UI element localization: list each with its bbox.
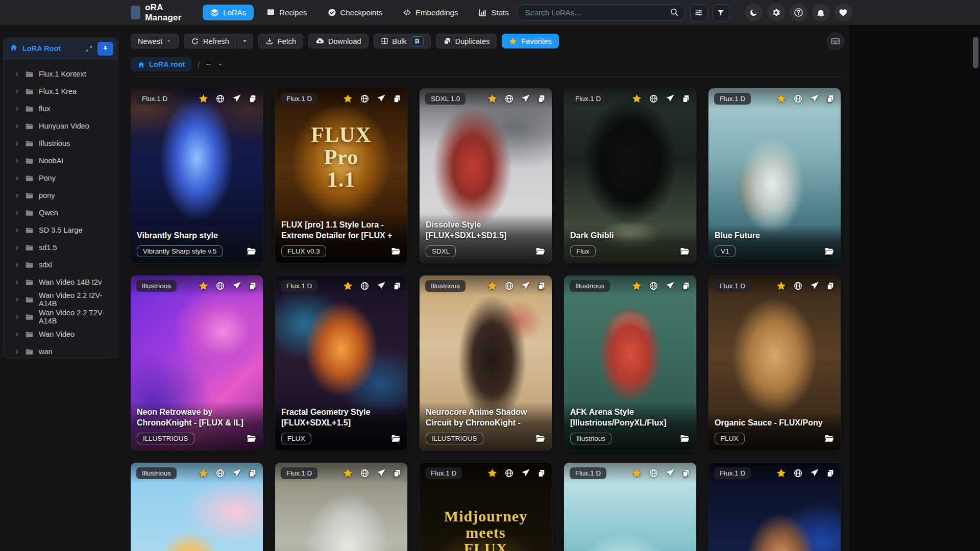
copy-sheets-icon[interactable] [681,282,691,291]
favorite-star-icon[interactable] [487,93,498,104]
favorite-star-icon[interactable] [198,93,209,104]
scrollbar-thumb[interactable] [973,37,978,68]
chevron-right-icon[interactable] [14,210,20,216]
send-icon[interactable] [810,468,819,478]
search-options-button[interactable] [690,4,707,21]
lora-card[interactable]: Flux.1 D Dark Ghibli Flux [564,88,696,263]
pin-sidebar-button[interactable] [97,42,113,56]
fetch-button[interactable]: Fetch [258,34,303,48]
nav-tab-embeddings[interactable]: Embeddings [395,5,465,20]
open-folder-icon[interactable] [535,246,546,257]
chevron-right-icon[interactable] [14,314,20,320]
copy-sheets-icon[interactable] [393,282,402,291]
nav-tab-stats[interactable]: Stats [471,5,516,20]
favorite-star-icon[interactable] [198,281,209,291]
open-folder-icon[interactable] [824,246,835,257]
breadcrumb-current[interactable]: -- [206,60,211,68]
sidebar-folder-item[interactable]: NoobAI [4,152,118,169]
chevron-right-icon[interactable] [14,228,20,233]
sidebar-root-label[interactable]: LoRA Root [22,44,61,53]
favorite-star-icon[interactable] [776,93,787,104]
lora-card[interactable]: Flux.1 D Organic Sauce - FLUX/Pony FLUX [708,276,841,450]
copy-sheets-icon[interactable] [681,469,691,478]
chevron-right-icon[interactable] [14,193,20,198]
chevron-right-icon[interactable] [14,71,20,77]
download-button[interactable]: Download [308,34,369,48]
search-icon[interactable] [670,8,679,19]
nav-tab-recipes[interactable]: Recipes [259,5,314,20]
send-icon[interactable] [665,94,675,104]
lora-card[interactable]: Flux.1 D Blue Future V1 [708,88,841,263]
chevron-right-icon[interactable] [14,332,20,337]
lora-card[interactable]: Flux.1 D [708,463,841,551]
favorite-star-icon[interactable] [487,281,498,291]
send-icon[interactable] [376,281,386,291]
civitai-globe-icon[interactable] [793,468,803,478]
chevron-right-icon[interactable] [14,349,20,355]
send-icon[interactable] [376,94,386,104]
open-folder-icon[interactable] [246,433,257,444]
lora-card[interactable]: Midjourney meets FLUX Flux.1 D [420,463,552,551]
sidebar-folder-item[interactable]: Wan Video 2.2 I2V-A14B [4,291,118,308]
app-logo[interactable]: L oRA Manager [131,3,185,23]
send-icon[interactable] [665,281,675,291]
filter-button[interactable] [712,4,729,21]
lora-card[interactable]: SDXL 1.0 Dissolve Style [FLUX+SDXL+SD1.5… [420,88,552,263]
favorite-star-icon[interactable] [776,281,787,291]
sidebar-folder-item[interactable]: sdxl [4,256,118,273]
sidebar-folder-item[interactable]: SD 3.5 Large [4,221,118,239]
lora-card[interactable]: Illustrious AFK Arena Style [Illustrious… [564,276,696,450]
notifications-button[interactable] [812,4,830,21]
sort-select[interactable]: Newest [131,34,179,48]
favorite-star-icon[interactable] [631,281,642,291]
civitai-globe-icon[interactable] [215,468,225,478]
chevron-right-icon[interactable] [14,89,20,94]
open-folder-icon[interactable] [246,246,257,257]
settings-button[interactable] [767,4,785,21]
duplicates-button[interactable]: Duplicates [436,34,497,48]
send-icon[interactable] [521,94,530,104]
chevron-right-icon[interactable] [14,158,20,164]
civitai-globe-icon[interactable] [649,468,658,478]
breadcrumb-root[interactable]: LoRA root [131,57,191,71]
sidebar-folder-item[interactable]: Wan Video [4,325,118,343]
chevron-right-icon[interactable] [14,297,20,303]
civitai-globe-icon[interactable] [793,281,803,291]
copy-sheets-icon[interactable] [537,94,546,104]
send-icon[interactable] [232,468,241,478]
theme-toggle-button[interactable] [745,4,763,21]
sidebar-folder-item[interactable]: pony [4,187,118,204]
sidebar-folder-item[interactable]: flux [4,100,118,117]
refresh-button[interactable]: Refresh [184,34,236,48]
civitai-globe-icon[interactable] [649,281,658,291]
lora-card[interactable]: Illustrious Neurocore Anime Shadow Circu… [420,276,552,450]
lora-card[interactable]: FLUX Pro 1.1 Flux.1 D FLUX [pro] 1.1 Sty… [275,88,407,263]
sidebar-folder-item[interactable]: Flux.1 Kontext [4,65,118,83]
nav-tab-loras[interactable]: LoRAs [203,5,254,20]
favorite-star-icon[interactable] [198,468,209,479]
civitai-globe-icon[interactable] [504,94,514,104]
search-input[interactable] [517,4,685,21]
civitai-globe-icon[interactable] [360,281,370,291]
civitai-globe-icon[interactable] [504,281,514,291]
sidebar-folder-item[interactable]: Wan Video 2.2 T2V-A14B [4,308,118,325]
chevron-right-icon[interactable] [14,262,20,268]
lora-card[interactable]: Flux.1 D Vibrantly Sharp style Vibrantly… [131,88,263,263]
chevron-right-icon[interactable] [14,280,20,285]
copy-sheets-icon[interactable] [248,282,257,291]
favorite-star-icon[interactable] [342,93,353,104]
support-button[interactable] [835,4,852,21]
send-icon[interactable] [810,94,819,104]
send-icon[interactable] [232,281,241,291]
send-icon[interactable] [376,468,386,478]
open-folder-icon[interactable] [679,433,690,444]
favorite-star-icon[interactable] [631,468,642,479]
lora-card[interactable]: Illustrious Neon Retrowave by ChronoKnig… [131,276,263,450]
civitai-globe-icon[interactable] [504,468,514,478]
send-icon[interactable] [810,281,819,291]
favorite-star-icon[interactable] [776,468,787,479]
open-folder-icon[interactable] [679,246,690,257]
copy-sheets-icon[interactable] [826,94,835,104]
chevron-right-icon[interactable] [14,123,20,129]
copy-sheets-icon[interactable] [248,94,257,104]
